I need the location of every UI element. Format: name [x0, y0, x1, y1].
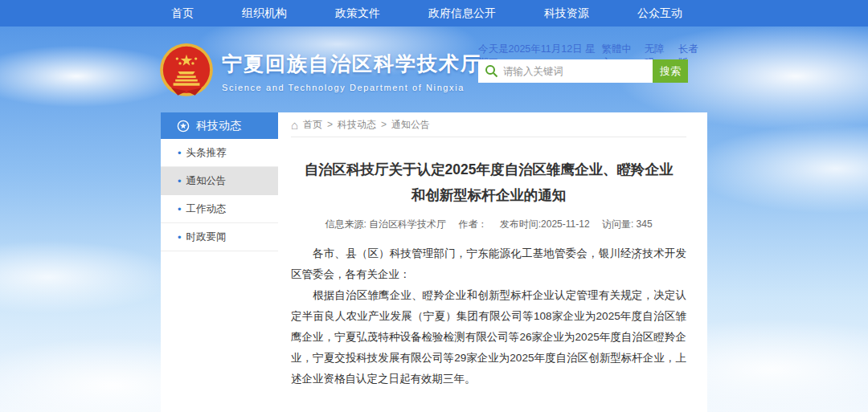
nav-item-4[interactable]: 政府信息公开	[428, 6, 496, 21]
breadcrumb-separator: >	[327, 119, 333, 130]
meta-author: 作者：	[458, 218, 487, 230]
meta-source: 信息来源: 自治区科学技术厅	[325, 218, 446, 230]
article-title-line1: 自治区科技厅关于认定2025年度自治区雏鹰企业、瞪羚企业	[305, 161, 674, 177]
article-title-line2: 和创新型标杆企业的通知	[411, 187, 567, 203]
sidebar-item-label: 时政要闻	[186, 230, 227, 244]
national-emblem-logo	[159, 43, 214, 100]
search-input-wrap	[478, 59, 653, 83]
site-brand: 宁夏回族自治区科学技术厅 Science and Technology Depa…	[159, 43, 482, 100]
main-content: ⌂ 首页>科技动态>通知公告 自治区科技厅关于认定2025年度自治区雏鹰企业、瞪…	[278, 112, 707, 412]
breadcrumb-item-2[interactable]: 科技动态	[338, 118, 376, 132]
top-navigation: 首页组织机构政策文件政府信息公开科技资源公众互动	[0, 0, 868, 27]
nav-item-3[interactable]: 政策文件	[335, 6, 380, 21]
site-subtitle: Science and Technology Department of Nin…	[222, 83, 482, 92]
breadcrumb-item-1[interactable]: 首页	[303, 118, 322, 132]
breadcrumb-item-3[interactable]: 通知公告	[391, 118, 430, 132]
search-icon	[485, 64, 498, 78]
site-title-block: 宁夏回族自治区科学技术厅 Science and Technology Depa…	[222, 51, 482, 92]
sidebar-item-4[interactable]: •时政要闻	[161, 223, 278, 251]
sidebar-item-label: 工作动态	[186, 202, 227, 216]
sidebar: 科技动态 •头条推荐•通知公告•工作动态•时政要闻	[161, 112, 278, 412]
sidebar-title: 科技动态	[196, 119, 241, 133]
search-button[interactable]: 搜索	[653, 59, 688, 83]
breadcrumb: ⌂ 首页>科技动态>通知公告	[291, 112, 686, 137]
content-container: 科技动态 •头条推荐•通知公告•工作动态•时政要闻 ⌂ 首页>科技动态>通知公告…	[161, 112, 707, 412]
home-icon: ⌂	[291, 119, 298, 131]
bullet-dot-icon: •	[178, 176, 182, 186]
tech-news-icon	[177, 120, 190, 133]
nav-item-1[interactable]: 首页	[171, 6, 194, 21]
article-paragraph-1: 各市、县（区）科技管理部门，宁东能源化工基地管委会，银川经济技术开发区管委会，各…	[291, 243, 686, 285]
nav-item-2[interactable]: 组织机构	[242, 6, 287, 21]
site-title: 宁夏回族自治区科学技术厅	[222, 51, 482, 77]
page-background: 首页组织机构政策文件政府信息公开科技资源公众互动 宁夏回族自治区科学技术厅 Sc…	[0, 0, 868, 412]
sidebar-item-1[interactable]: •头条推荐	[161, 139, 278, 167]
bullet-dot-icon: •	[178, 232, 182, 243]
sidebar-item-label: 头条推荐	[186, 146, 227, 160]
sidebar-header: 科技动态	[161, 112, 278, 139]
search-input[interactable]	[478, 59, 653, 83]
sidebar-menu: •头条推荐•通知公告•工作动态•时政要闻	[161, 139, 278, 251]
article-body: 各市、县（区）科技管理部门，宁东能源化工基地管委会，银川经济技术开发区管委会，各…	[291, 243, 686, 390]
search-box: 搜索	[478, 59, 688, 83]
article-paragraph-2: 根据自治区雏鹰企业、瞪羚企业和创新型标杆企业认定管理有关规定，决定认定半亩良人农…	[291, 285, 686, 390]
meta-publish-time: 发布时间:2025-11-12	[500, 218, 590, 230]
article-title: 自治区科技厅关于认定2025年度自治区雏鹰企业、瞪羚企业 和创新型标杆企业的通知	[291, 157, 686, 208]
nav-item-6[interactable]: 公众互动	[637, 6, 682, 21]
sidebar-item-3[interactable]: •工作动态	[161, 195, 278, 223]
nav-item-5[interactable]: 科技资源	[544, 6, 589, 21]
sidebar-item-2[interactable]: •通知公告	[161, 167, 278, 195]
sidebar-item-label: 通知公告	[186, 174, 227, 188]
article-meta: 信息来源: 自治区科学技术厅 作者： 发布时间:2025-11-12 访问量: …	[291, 218, 686, 231]
meta-visits: 访问量: 345	[602, 218, 653, 230]
breadcrumb-separator: >	[381, 119, 387, 130]
bullet-dot-icon: •	[178, 148, 182, 158]
bullet-dot-icon: •	[178, 204, 182, 214]
